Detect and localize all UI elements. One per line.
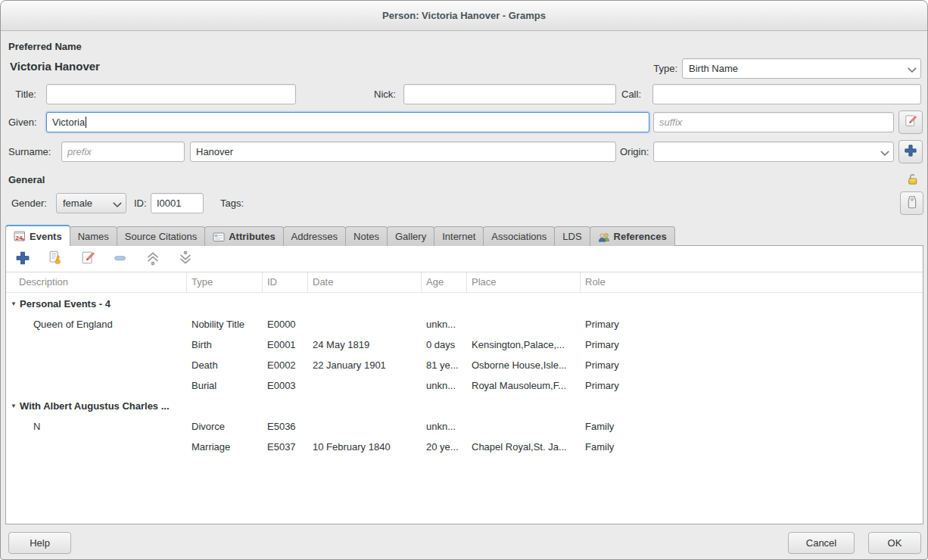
cell-date: 22 January 1901 — [308, 359, 422, 371]
events-table-header: DescriptionTypeIDDateAgePlaceRole — [6, 272, 923, 293]
edit-tags-button[interactable] — [900, 191, 923, 215]
event-row[interactable]: NDivorceE5036unkn...Family — [6, 416, 923, 437]
id-input[interactable] — [151, 193, 204, 213]
given-label: Given: — [8, 112, 36, 132]
cell-role: Primary — [581, 359, 923, 371]
chevron-down-icon — [880, 148, 890, 156]
call-input[interactable] — [652, 84, 921, 104]
chevron-down-icon — [112, 200, 123, 207]
surname-prefix-input[interactable] — [61, 142, 185, 162]
group-row[interactable]: ▼With Albert Augustus Charles ... — [6, 396, 923, 416]
add-event-button[interactable] — [14, 250, 32, 268]
gender-label: Gender: — [11, 193, 47, 213]
titlebar[interactable]: Person: Victoria Hanover - Gramps — [1, 1, 927, 31]
expander-triangle-icon[interactable]: ▼ — [8, 403, 20, 409]
tab-label: References — [614, 231, 667, 242]
ok-button[interactable]: OK — [868, 532, 921, 554]
share-event-button[interactable] — [46, 250, 64, 268]
tab-attributes[interactable]: Attributes — [204, 226, 283, 246]
tab-associations[interactable]: Associations — [483, 226, 555, 246]
column-header-age[interactable]: Age — [422, 272, 467, 292]
cell-description: Queen of England — [6, 319, 187, 330]
attributes-icon — [213, 231, 225, 243]
cell-place: Osborne House,Isle... — [467, 359, 581, 371]
tab-names[interactable]: Names — [70, 226, 117, 246]
cell-place: Royal Mausoleum,F... — [467, 380, 581, 391]
column-header-id[interactable]: ID — [263, 272, 308, 292]
column-header-type[interactable]: Type — [187, 272, 263, 292]
tab-events[interactable]: 24Events — [5, 225, 70, 246]
tag-icon — [905, 194, 920, 212]
tab-internet[interactable]: Internet — [434, 226, 484, 246]
expander-triangle-icon[interactable]: ▼ — [8, 300, 20, 307]
tab-references[interactable]: References — [590, 226, 675, 246]
tab-label: Notes — [353, 231, 379, 242]
events-panel: DescriptionTypeIDDateAgePlaceRole ▼Perso… — [5, 245, 923, 524]
references-icon — [598, 231, 610, 243]
cell-age: unkn... — [422, 380, 467, 391]
cell-date: 24 May 1819 — [308, 339, 422, 350]
move-event-up-button[interactable] — [144, 250, 162, 268]
tab-label: Addresses — [291, 231, 338, 242]
cell-age: unkn... — [422, 421, 467, 432]
edit-person-dialog: Person: Victoria Hanover - Gramps Prefer… — [0, 0, 928, 560]
id-label: ID: — [134, 193, 147, 213]
gender-combobox[interactable]: female — [56, 193, 126, 213]
group-row[interactable]: ▼Personal Events - 4 — [6, 294, 923, 314]
surname-label: Surname: — [8, 142, 51, 162]
events-table-body: ▼Personal Events - 4Queen of EnglandNobi… — [6, 294, 923, 524]
title-input[interactable] — [46, 84, 296, 104]
unlock-icon[interactable] — [906, 173, 919, 188]
column-header-date[interactable]: Date — [308, 272, 422, 292]
edit-event-button[interactable] — [79, 250, 97, 268]
event-row[interactable]: MarriageE503710 February 184020 ye...Cha… — [6, 437, 923, 457]
tab-lds[interactable]: LDS — [554, 226, 590, 246]
surname-input[interactable] — [190, 142, 616, 162]
move-event-down-button[interactable] — [176, 250, 195, 268]
nick-label: Nick: — [374, 84, 396, 104]
cell-place: Chapel Royal,St. Ja... — [467, 441, 581, 453]
event-row[interactable]: BurialE0003unkn...Royal Mausoleum,F...Pr… — [6, 375, 923, 396]
suffix-input[interactable] — [653, 112, 894, 132]
nick-input[interactable] — [403, 84, 616, 104]
cell-role: Primary — [581, 319, 923, 330]
tab-notes[interactable]: Notes — [345, 226, 388, 246]
event-row[interactable]: Queen of EnglandNobility TitleE0000unkn.… — [6, 314, 923, 334]
svg-text:24: 24 — [16, 235, 23, 241]
help-button[interactable]: Help — [8, 532, 71, 554]
given-value: Victoria — [52, 117, 85, 128]
event-row[interactable]: BirthE000124 May 18190 daysKensington,Pa… — [6, 334, 923, 355]
column-header-role[interactable]: Role — [581, 272, 923, 292]
tab-addresses[interactable]: Addresses — [283, 226, 346, 246]
tab-gallery[interactable]: Gallery — [387, 226, 434, 246]
tab-label: Gallery — [395, 231, 426, 242]
cell-age: 0 days — [422, 339, 467, 350]
edit-icon — [79, 250, 96, 269]
cell-age: unkn... — [422, 319, 467, 330]
tab-label: Events — [30, 231, 62, 242]
cell-type: Nobility Title — [187, 319, 263, 330]
general-section-label: General — [8, 174, 45, 185]
help-button-label: Help — [30, 537, 50, 549]
window-title: Person: Victoria Hanover - Gramps — [382, 10, 546, 21]
event-row[interactable]: DeathE000222 January 190181 ye...Osborne… — [6, 355, 923, 375]
column-header-description[interactable]: Description — [6, 272, 187, 292]
tab-label: Internet — [442, 231, 475, 242]
remove-event-button[interactable] — [111, 250, 129, 268]
cell-id: E0003 — [263, 380, 308, 391]
edit-name-button[interactable] — [898, 110, 923, 134]
cell-role: Family — [581, 441, 923, 453]
column-header-place[interactable]: Place — [467, 272, 581, 292]
cancel-button[interactable]: Cancel — [788, 532, 855, 554]
cell-role: Primary — [581, 339, 923, 350]
tags-label: Tags: — [220, 193, 244, 213]
origin-combobox[interactable] — [653, 142, 894, 162]
given-input[interactable]: Victoria — [46, 112, 649, 132]
add-surname-button[interactable] — [898, 140, 923, 163]
name-type-value: Birth Name — [689, 63, 904, 74]
move-up-icon — [145, 250, 161, 269]
cell-id: E0001 — [263, 339, 308, 350]
name-type-combobox[interactable]: Birth Name — [682, 58, 921, 79]
tab-source-citations[interactable]: Source Citations — [117, 226, 205, 246]
plus-icon — [14, 250, 31, 269]
